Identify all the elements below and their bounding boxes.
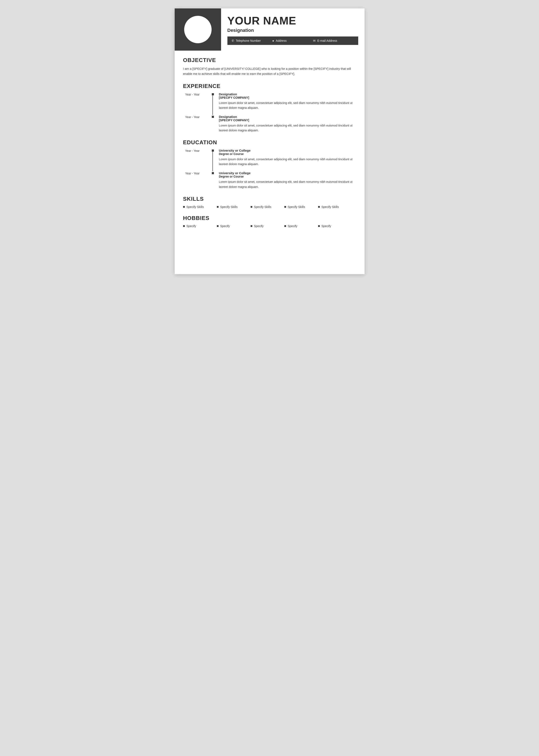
contact-address-text: Address — [276, 39, 286, 42]
experience-item-2: Year - Year Designation [SPECIFY COMPANY… — [185, 115, 356, 133]
bullet-icon — [318, 225, 320, 227]
skill-item: Specify Skills — [251, 205, 284, 209]
experience-item-2-left: Year - Year — [185, 115, 213, 133]
hobby-label: Specify — [322, 224, 331, 228]
objective-title: OBJECTIVE — [183, 57, 356, 63]
experience-section: EXPERIENCE Year - Year Designation [SPEC… — [183, 83, 356, 133]
edu-timeline-dot-1 — [212, 150, 214, 152]
contact-email-text: E-mail Address — [317, 39, 337, 42]
bullet-icon — [284, 206, 286, 208]
resume-header: YOUR NAME Designation ✆ Telephone Number… — [175, 8, 364, 51]
bullet-icon — [217, 225, 218, 227]
contact-email: ✉ E-mail Address — [313, 39, 354, 42]
experience-item-2-desc: Lorem ipsum dolor sit amet, consectetuer… — [219, 123, 356, 133]
hobby-item: Specify — [284, 224, 318, 228]
experience-item-1: Year - Year Designation [SPECIFY COMPANY… — [185, 92, 356, 110]
experience-item-1-right: Designation [SPECIFY COMPANY] Lorem ipsu… — [219, 92, 356, 110]
hobby-label: Specify — [254, 224, 264, 228]
skill-label: Specify Skills — [288, 205, 305, 209]
hobby-item: Specify — [217, 224, 251, 228]
experience-item-1-years: Year - Year — [185, 93, 213, 96]
education-item-1: Year - Year University or College Degree… — [185, 149, 356, 167]
resume-page: YOUR NAME Designation ✆ Telephone Number… — [175, 8, 364, 274]
timeline-dot-1 — [212, 93, 214, 95]
contact-phone-text: Telephone Number — [236, 39, 261, 42]
bullet-icon — [251, 225, 252, 227]
skill-label: Specify Skills — [220, 205, 238, 209]
experience-item-1-left: Year - Year — [185, 92, 213, 110]
hobby-label: Specify — [220, 224, 230, 228]
header-photo-block — [175, 8, 221, 51]
skill-item: Specify Skills — [318, 205, 352, 209]
header-name: YOUR NAME — [227, 15, 358, 27]
header-designation: Designation — [227, 28, 358, 33]
hobbies-section: HOBBIES SpecifySpecifySpecifySpecifySpec… — [183, 215, 356, 228]
education-item-1-left: Year - Year — [185, 149, 213, 167]
resume-body: OBJECTIVE I am a [SPECIFY] graduate of [… — [175, 51, 364, 241]
bullet-icon — [284, 225, 286, 227]
hobby-item: Specify — [183, 224, 217, 228]
education-section: EDUCATION Year - Year University or Coll… — [183, 139, 356, 189]
header-info: YOUR NAME Designation ✆ Telephone Number… — [221, 8, 364, 51]
location-icon: ● — [272, 39, 274, 42]
education-item-1-years: Year - Year — [185, 149, 213, 153]
skill-label: Specify Skills — [254, 205, 271, 209]
edu-timeline-line-1 — [212, 152, 213, 171]
phone-icon: ✆ — [232, 39, 234, 42]
profile-photo — [184, 16, 212, 43]
experience-item-2-right: Designation [SPECIFY COMPANY] Lorem ipsu… — [219, 115, 356, 133]
education-item-2-right: University or College Degree or Course L… — [219, 171, 356, 189]
education-item-2: Year - Year University or College Degree… — [185, 171, 356, 189]
bullet-icon — [217, 206, 218, 208]
education-item-2-degree: Degree or Course — [219, 175, 356, 178]
experience-timeline: Year - Year Designation [SPECIFY COMPANY… — [185, 92, 356, 133]
timeline-line-1 — [212, 95, 213, 115]
education-item-2-desc: Lorem ipsum dolor sit amet, consectetuer… — [219, 179, 356, 189]
education-item-1-desc: Lorem ipsum dolor sit amet, consectetuer… — [219, 157, 356, 167]
hobbies-title: HOBBIES — [183, 215, 356, 221]
experience-item-2-role: Designation — [219, 115, 356, 118]
experience-item-1-company: [SPECIFY COMPANY] — [219, 96, 356, 99]
hobby-item: Specify — [318, 224, 352, 228]
hobbies-list: SpecifySpecifySpecifySpecifySpecify — [183, 224, 356, 228]
skill-label: Specify Skills — [187, 205, 204, 209]
bullet-icon — [251, 206, 252, 208]
bullet-icon — [318, 206, 320, 208]
education-item-2-school: University or College — [219, 171, 356, 175]
education-item-2-left: Year - Year — [185, 171, 213, 189]
education-item-1-school: University or College — [219, 149, 356, 152]
contact-phone: ✆ Telephone Number — [232, 39, 272, 42]
skill-item: Specify Skills — [217, 205, 251, 209]
education-item-1-degree: Degree or Course — [219, 152, 356, 156]
bullet-icon — [183, 225, 185, 227]
edu-timeline-dot-2 — [212, 172, 214, 174]
objective-text: I am a [SPECIFY] graduate of [UNIVERSITY… — [183, 66, 356, 77]
objective-section: OBJECTIVE I am a [SPECIFY] graduate of [… — [183, 57, 356, 77]
education-item-2-years: Year - Year — [185, 172, 213, 175]
skill-item: Specify Skills — [284, 205, 318, 209]
hobby-label: Specify — [187, 224, 196, 228]
experience-item-2-years: Year - Year — [185, 115, 213, 119]
hobby-label: Specify — [288, 224, 297, 228]
experience-item-1-desc: Lorem ipsum dolor sit amet, consectetuer… — [219, 101, 356, 110]
skill-label: Specify Skills — [322, 205, 339, 209]
education-timeline: Year - Year University or College Degree… — [185, 149, 356, 189]
experience-item-2-company: [SPECIFY COMPANY] — [219, 118, 356, 122]
experience-item-1-role: Designation — [219, 92, 356, 96]
skills-section: SKILLS Specify SkillsSpecify SkillsSpeci… — [183, 196, 356, 209]
bullet-icon — [183, 206, 185, 208]
email-icon: ✉ — [313, 39, 316, 42]
timeline-dot-2 — [212, 116, 214, 118]
skills-title: SKILLS — [183, 196, 356, 202]
skills-list: Specify SkillsSpecify SkillsSpecify Skil… — [183, 205, 356, 209]
education-title: EDUCATION — [183, 139, 356, 146]
experience-title: EXPERIENCE — [183, 83, 356, 90]
education-item-1-right: University or College Degree or Course L… — [219, 149, 356, 167]
contact-address: ● Address — [272, 39, 313, 42]
contact-bar: ✆ Telephone Number ● Address ✉ E-mail Ad… — [227, 36, 358, 45]
skill-item: Specify Skills — [183, 205, 217, 209]
hobby-item: Specify — [251, 224, 284, 228]
